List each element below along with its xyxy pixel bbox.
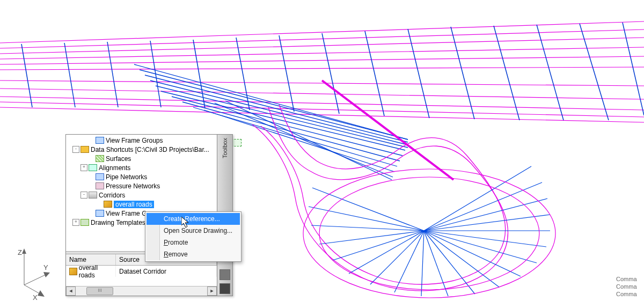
context-menu: Create Reference...Open Source Drawing..… bbox=[145, 211, 241, 262]
svg-line-0 bbox=[21, 44, 32, 107]
svg-line-15 bbox=[134, 64, 408, 140]
tree-label: overall roads bbox=[114, 201, 154, 208]
corridor-icon bbox=[69, 268, 77, 275]
svg-line-42 bbox=[333, 231, 424, 260]
svg-line-6 bbox=[279, 35, 294, 112]
svg-marker-55 bbox=[38, 290, 45, 297]
tree-label: Pressure Networks bbox=[106, 182, 160, 190]
svg-line-11 bbox=[494, 26, 519, 120]
tree-label: View Frame Gr bbox=[106, 210, 149, 217]
svg-line-9 bbox=[408, 29, 429, 118]
tree-label: Corridors bbox=[99, 192, 125, 199]
svg-line-33 bbox=[424, 231, 537, 263]
scroll-thumb[interactable]: III bbox=[86, 287, 113, 295]
surf-icon bbox=[96, 155, 104, 163]
svg-line-2 bbox=[107, 42, 118, 107]
svg-line-36 bbox=[424, 231, 475, 294]
svg-line-44 bbox=[311, 225, 424, 231]
tree-label: Pipe Networks bbox=[106, 173, 147, 181]
align-icon bbox=[89, 164, 97, 172]
svg-line-13 bbox=[580, 24, 609, 120]
cursor-icon bbox=[181, 217, 192, 229]
tree-row[interactable]: +Alignments bbox=[67, 163, 217, 172]
tree-expander[interactable]: + bbox=[72, 219, 79, 226]
context-item[interactable]: Remove bbox=[147, 248, 240, 260]
tree-expander bbox=[89, 137, 94, 143]
grid-row[interactable]: overall roads Dataset Corridor bbox=[66, 266, 217, 277]
tree-row[interactable]: View Frame Groups bbox=[67, 136, 217, 145]
tree-expander[interactable]: - bbox=[72, 146, 79, 153]
command-echo: Comma Comma Comma bbox=[616, 275, 644, 298]
svg-line-43 bbox=[319, 231, 424, 244]
press-icon bbox=[96, 182, 104, 190]
tree-label: Surfaces bbox=[106, 155, 131, 163]
tree-row[interactable]: Surfaces bbox=[67, 154, 217, 163]
svg-line-38 bbox=[421, 231, 424, 296]
svg-line-16 bbox=[140, 70, 408, 140]
svg-line-39 bbox=[394, 231, 424, 292]
corr-icon bbox=[89, 192, 97, 199]
tree-expander bbox=[97, 201, 103, 207]
tree-row[interactable]: Pipe Networks bbox=[67, 172, 217, 181]
pipe-icon bbox=[96, 173, 104, 181]
context-item[interactable]: Promote bbox=[147, 237, 240, 248]
svg-line-41 bbox=[349, 231, 424, 274]
vfg-icon bbox=[96, 137, 104, 144]
svg-marker-51 bbox=[22, 248, 26, 254]
svg-line-12 bbox=[537, 25, 564, 120]
tree-expander[interactable]: - bbox=[80, 192, 87, 199]
tree-expander[interactable]: + bbox=[80, 164, 87, 171]
svg-marker-53 bbox=[43, 272, 50, 277]
side-button-wrench[interactable] bbox=[219, 283, 230, 294]
tree-row[interactable]: -Data Shortcuts [C:\Civil 3D Projects\Ba… bbox=[67, 145, 217, 154]
context-item[interactable]: Open Source Drawing... bbox=[147, 225, 240, 237]
tree-row[interactable]: Pressure Networks bbox=[67, 181, 217, 190]
tree-expander bbox=[89, 183, 94, 189]
folder-icon bbox=[80, 146, 89, 153]
horizontal-scrollbar[interactable]: ◄ III ► bbox=[66, 286, 217, 296]
svg-line-29 bbox=[424, 199, 547, 231]
vfg-icon bbox=[96, 210, 104, 217]
toolbox-tab[interactable]: Toolbox bbox=[221, 135, 229, 161]
svg-line-14 bbox=[623, 23, 644, 115]
tree-label: Alignments bbox=[99, 164, 130, 172]
svg-line-4 bbox=[193, 40, 205, 108]
tree-label: Drawing Templates bbox=[91, 219, 145, 226]
svg-line-17 bbox=[145, 75, 408, 142]
svg-line-26 bbox=[225, 101, 392, 180]
axis-y-label: Y bbox=[43, 263, 48, 271]
scroll-left-arrow[interactable]: ◄ bbox=[66, 287, 76, 296]
tree-label: Data Shortcuts [C:\Civil 3D Projects\Bar… bbox=[91, 146, 209, 153]
tree-row[interactable]: -Corridors bbox=[67, 190, 217, 200]
axis-x-label: X bbox=[33, 293, 38, 301]
svg-line-10 bbox=[451, 27, 474, 119]
svg-line-52 bbox=[24, 274, 47, 285]
context-item[interactable]: Create Reference... bbox=[147, 213, 240, 225]
svg-line-45 bbox=[309, 207, 424, 231]
tree-label: View Frame Groups bbox=[106, 137, 163, 144]
svg-line-49 bbox=[322, 80, 453, 180]
tree-row[interactable]: overall roads bbox=[67, 200, 217, 209]
grid-cell-source: Dataset Corridor bbox=[119, 268, 166, 275]
tree-expander bbox=[89, 156, 94, 161]
axis-gizmo: Z Y X bbox=[8, 247, 51, 296]
side-button-1[interactable] bbox=[219, 269, 230, 280]
grid-cell-name: overall roads bbox=[79, 264, 112, 279]
tree-expander bbox=[89, 210, 94, 216]
scroll-right-arrow[interactable]: ► bbox=[207, 287, 217, 296]
svg-line-40 bbox=[370, 231, 424, 284]
axis-z-label: Z bbox=[18, 248, 22, 256]
svg-marker-56 bbox=[181, 217, 188, 227]
tree-expander bbox=[89, 174, 94, 180]
roads-icon bbox=[104, 201, 112, 208]
tmpl-icon bbox=[80, 219, 89, 226]
grid-body[interactable]: overall roads Dataset Corridor bbox=[66, 266, 217, 286]
